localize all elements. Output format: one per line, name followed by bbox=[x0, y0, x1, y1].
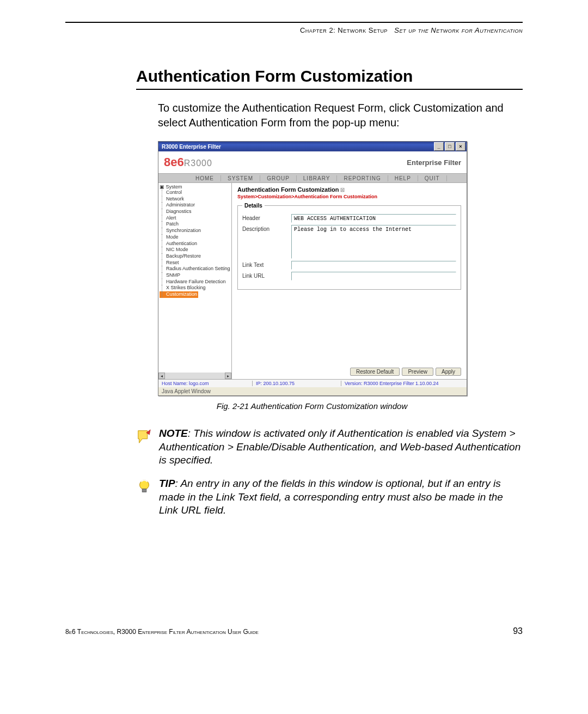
tree-item[interactable]: Network bbox=[160, 196, 230, 203]
tab-home[interactable]: HOME bbox=[158, 175, 221, 181]
status-version: Version: R3000 Enterprise Filter 1.10.00… bbox=[341, 381, 467, 386]
tree-item[interactable]: Backup/Restore bbox=[160, 253, 230, 260]
svg-rect-1 bbox=[142, 489, 146, 492]
tab-system[interactable]: SYSTEM bbox=[221, 175, 260, 181]
nav-tree: System Control Network Administrator Dia… bbox=[158, 183, 232, 379]
status-bar: Host Name: logo.com IP: 200.10.100.75 Ve… bbox=[158, 379, 467, 387]
tab-bar: HOME SYSTEM GROUP LIBRARY REPORTING HELP… bbox=[158, 173, 467, 183]
scroll-left-icon[interactable]: ◂ bbox=[158, 373, 165, 379]
applet-label: Java Applet Window bbox=[158, 387, 467, 395]
minimize-button[interactable]: _ bbox=[434, 142, 444, 151]
tree-item[interactable]: Mode bbox=[160, 234, 230, 241]
tab-group[interactable]: GROUP bbox=[260, 175, 297, 181]
note-body: : This window is activated only if Authe… bbox=[159, 428, 520, 466]
breadcrumb: System>Customization>Authentication Form… bbox=[237, 194, 461, 199]
preview-button[interactable]: Preview bbox=[402, 368, 433, 376]
page: Chapter 2: Network Setup Set up the Netw… bbox=[0, 0, 588, 658]
tree-item[interactable]: Reset bbox=[160, 260, 230, 266]
tip-body: : An entry in any of the fields in this … bbox=[159, 478, 503, 516]
note-callout: NOTE: This window is activated only if A… bbox=[136, 427, 523, 467]
logo: 8e6R3000 bbox=[164, 155, 212, 169]
tree-item[interactable]: SNMP bbox=[160, 272, 230, 279]
note-text: NOTE: This window is activated only if A… bbox=[159, 427, 523, 467]
tree-item[interactable]: X Strikes Blocking bbox=[160, 285, 230, 291]
header-label: Header bbox=[242, 214, 291, 223]
tree-item[interactable]: NIC Mode bbox=[160, 247, 230, 253]
header-input[interactable] bbox=[291, 214, 456, 223]
app-window: R3000 Enterprise Filter _ □ × 8e6R3000 E… bbox=[158, 141, 467, 396]
tree-item[interactable]: Administrator bbox=[160, 202, 230, 209]
link-text-label: Link Text bbox=[242, 261, 291, 270]
tip-text: TIP: An entry in any of the fields in th… bbox=[159, 477, 523, 517]
figure-caption: Fig. 2-21 Authentication Form Customizat… bbox=[158, 401, 466, 411]
tree-item[interactable]: Control bbox=[160, 190, 230, 196]
status-host: Host Name: logo.com bbox=[158, 381, 253, 386]
section-title: Authentication Form Customization bbox=[136, 67, 523, 86]
tree-item[interactable]: Radius Authentication Setting bbox=[160, 266, 230, 272]
link-url-input[interactable] bbox=[291, 272, 456, 280]
tip-icon bbox=[136, 479, 152, 495]
section-rule bbox=[136, 89, 523, 90]
footer: 8e6 Technologies, R3000 Enterprise Filte… bbox=[65, 626, 523, 636]
intro-paragraph: To customize the Authentication Request … bbox=[158, 101, 523, 130]
window-buttons: _ □ × bbox=[434, 142, 465, 151]
close-button[interactable]: × bbox=[456, 142, 465, 151]
link-text-input[interactable] bbox=[291, 261, 456, 270]
scroll-right-icon[interactable]: ▸ bbox=[225, 373, 231, 379]
details-fieldset: Details Header Description Please log in… bbox=[237, 203, 461, 290]
main-area: System Control Network Administrator Dia… bbox=[158, 183, 467, 379]
tree-item[interactable]: Alert bbox=[160, 215, 230, 222]
logo-left: 8e6 bbox=[164, 155, 184, 169]
tip-bold: TIP bbox=[159, 478, 175, 489]
tree-item[interactable]: Hardware Failure Detection bbox=[160, 279, 230, 285]
panel-title: Authentication Form Customization bbox=[237, 186, 461, 193]
header-rule bbox=[65, 22, 523, 23]
tree-item[interactable]: Synchronization bbox=[160, 228, 230, 234]
footer-text: 8e6 Technologies, R3000 Enterprise Filte… bbox=[65, 628, 259, 636]
status-ip: IP: 200.10.100.75 bbox=[253, 381, 341, 386]
fieldset-legend: Details bbox=[242, 203, 265, 209]
tip-callout: TIP: An entry in any of the fields in th… bbox=[136, 477, 523, 517]
note-bold: NOTE bbox=[159, 428, 188, 439]
tab-quit[interactable]: QUIT bbox=[418, 175, 447, 181]
running-header: Chapter 2: Network Setup Set up the Netw… bbox=[65, 26, 523, 34]
tree-item[interactable]: Diagnostics bbox=[160, 209, 230, 215]
page-number: 93 bbox=[513, 626, 523, 636]
note-icon bbox=[136, 429, 152, 445]
apply-button[interactable]: Apply bbox=[436, 368, 461, 376]
tree-item-selected[interactable]: Customization bbox=[160, 291, 198, 298]
tree-item[interactable]: Authentication bbox=[160, 241, 230, 247]
logo-right: R3000 bbox=[184, 158, 212, 168]
description-input[interactable]: Please log in to access the Internet bbox=[291, 225, 456, 259]
restore-default-button[interactable]: Restore Default bbox=[350, 368, 400, 376]
tab-reporting[interactable]: REPORTING bbox=[337, 175, 388, 181]
tree-scrollbar[interactable]: ◂▸ bbox=[158, 373, 231, 379]
titlebar: R3000 Enterprise Filter _ □ × bbox=[158, 142, 467, 151]
tab-library[interactable]: LIBRARY bbox=[297, 175, 338, 181]
description-label: Description bbox=[242, 225, 291, 259]
link-url-label: Link URL bbox=[242, 272, 291, 280]
chapter-label: Chapter 2: Network Setup bbox=[300, 26, 388, 34]
tree-item[interactable]: Patch bbox=[160, 221, 230, 228]
window-title: R3000 Enterprise Filter bbox=[160, 144, 221, 150]
tree-root[interactable]: System bbox=[160, 184, 230, 190]
brand-right: Enterprise Filter bbox=[407, 158, 461, 167]
button-row: Restore Default Preview Apply bbox=[350, 368, 461, 376]
branding-bar: 8e6R3000 Enterprise Filter bbox=[158, 151, 467, 173]
tab-help[interactable]: HELP bbox=[388, 175, 418, 181]
section-label: Set up the Network for Authentication bbox=[394, 26, 523, 34]
content-panel: Authentication Form Customization System… bbox=[232, 183, 467, 379]
maximize-button[interactable]: □ bbox=[445, 142, 455, 151]
